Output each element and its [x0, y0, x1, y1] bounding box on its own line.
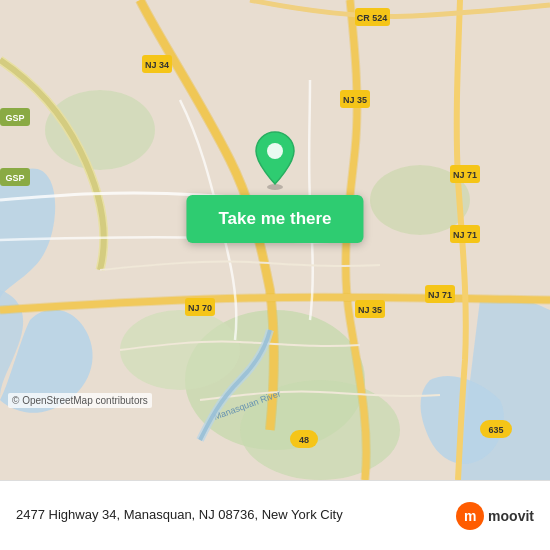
svg-text:NJ 70: NJ 70	[188, 303, 212, 313]
svg-text:48: 48	[299, 435, 309, 445]
moovit-logo: m moovit	[456, 502, 534, 530]
svg-text:NJ 35: NJ 35	[343, 95, 367, 105]
map-attribution: © OpenStreetMap contributors	[8, 393, 152, 408]
svg-text:GSP: GSP	[5, 113, 24, 123]
svg-point-5	[45, 90, 155, 170]
svg-text:CR 524: CR 524	[357, 13, 388, 23]
svg-text:NJ 71: NJ 71	[453, 170, 477, 180]
svg-text:NJ 34: NJ 34	[145, 60, 169, 70]
svg-point-3	[120, 310, 240, 390]
moovit-icon: m	[456, 502, 484, 530]
take-me-there-button[interactable]: Take me there	[186, 195, 363, 243]
svg-point-32	[267, 143, 283, 159]
svg-text:GSP: GSP	[5, 173, 24, 183]
address-display: 2477 Highway 34, Manasquan, NJ 08736, Ne…	[16, 506, 343, 524]
moovit-brand-text: moovit	[488, 508, 534, 524]
svg-text:NJ 35: NJ 35	[358, 305, 382, 315]
svg-text:635: 635	[488, 425, 503, 435]
info-bar: 2477 Highway 34, Manasquan, NJ 08736, Ne…	[0, 480, 550, 550]
svg-text:NJ 71: NJ 71	[428, 290, 452, 300]
location-pin	[251, 130, 299, 190]
map-container: NJ 34 NJ 35 NJ 35 NJ 71 NJ 71 NJ 71 CR 5…	[0, 0, 550, 480]
svg-text:NJ 71: NJ 71	[453, 230, 477, 240]
